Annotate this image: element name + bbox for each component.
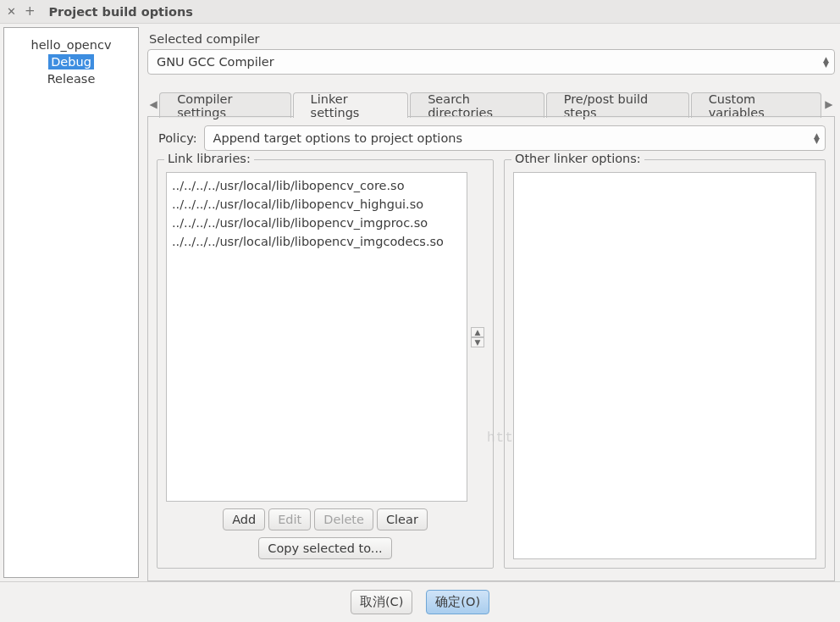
link-libraries-legend: Link libraries: (164, 152, 254, 165)
titlebar: ✕ + Project build options (0, 0, 840, 24)
other-linker-legend: Other linker options: (511, 152, 644, 165)
tree-item-project[interactable]: hello_opencv (4, 36, 138, 53)
minimize-icon[interactable]: + (25, 5, 36, 18)
tab-compiler-settings[interactable]: Compiler settings (159, 92, 290, 118)
tree-item-debug[interactable]: Debug (4, 53, 138, 70)
tab-linker-settings[interactable]: Linker settings (293, 92, 409, 118)
tab-underline (147, 116, 835, 117)
policy-select-value: Append target options to project options (213, 131, 462, 145)
clear-button[interactable]: Clear (377, 508, 428, 530)
other-linker-group: Other linker options: (504, 159, 826, 569)
list-item[interactable]: ../../../../usr/local/lib/libopencv_imgc… (172, 232, 461, 251)
reorder-spinner[interactable]: ▲ ▼ (471, 172, 484, 502)
other-linker-textarea[interactable] (513, 172, 816, 559)
policy-label: Policy: (158, 131, 197, 145)
list-item[interactable]: ../../../../usr/local/lib/libopencv_imgp… (172, 214, 461, 232)
close-icon[interactable]: ✕ (7, 6, 16, 17)
tab-search-directories[interactable]: Search directories (410, 92, 544, 118)
list-item[interactable]: ../../../../usr/local/lib/libopencv_high… (172, 195, 461, 214)
tree-item-release[interactable]: Release (4, 70, 138, 87)
cancel-button[interactable]: 取消(C) (351, 590, 412, 614)
link-libraries-group: Link libraries: ../../../../usr/local/li… (157, 159, 494, 569)
tab-custom-variables[interactable]: Custom variables (691, 92, 821, 118)
compiler-select-value: GNU GCC Compiler (157, 55, 274, 69)
chevron-up-icon[interactable]: ▲ (471, 327, 484, 337)
tab-prepost-build[interactable]: Pre/post build steps (546, 92, 689, 118)
policy-select[interactable]: Append target options to project options… (204, 125, 826, 151)
add-button[interactable]: Add (223, 508, 265, 530)
list-item[interactable]: ../../../../usr/local/lib/libopencv_core… (172, 176, 461, 195)
chevron-down-icon[interactable]: ▼ (471, 337, 484, 347)
edit-button: Edit (268, 508, 311, 530)
chevron-updown-icon: ▲▼ (823, 57, 829, 67)
compiler-label: Selected compiler (149, 32, 835, 46)
delete-button: Delete (314, 508, 373, 530)
tabs-bar: ◀ Compiler settings Linker settings Sear… (147, 88, 835, 117)
copy-selected-button[interactable]: Copy selected to... (258, 537, 391, 559)
tab-scroll-left[interactable]: ◀ (147, 92, 159, 117)
ok-button[interactable]: 确定(O) (426, 590, 489, 614)
target-tree: hello_opencv Debug Release (3, 27, 139, 578)
compiler-select[interactable]: GNU GCC Compiler ▲▼ (147, 49, 835, 75)
tab-scroll-right[interactable]: ▶ (823, 92, 835, 117)
dialog-button-bar: 取消(C) 确定(O) (0, 581, 840, 622)
window-title: Project build options (48, 5, 192, 19)
tab-content-linker: http://blog.csdn.net/ Policy: Append tar… (147, 117, 835, 581)
link-libraries-list[interactable]: ../../../../usr/local/lib/libopencv_core… (166, 172, 467, 502)
chevron-updown-icon: ▲▼ (814, 133, 820, 143)
